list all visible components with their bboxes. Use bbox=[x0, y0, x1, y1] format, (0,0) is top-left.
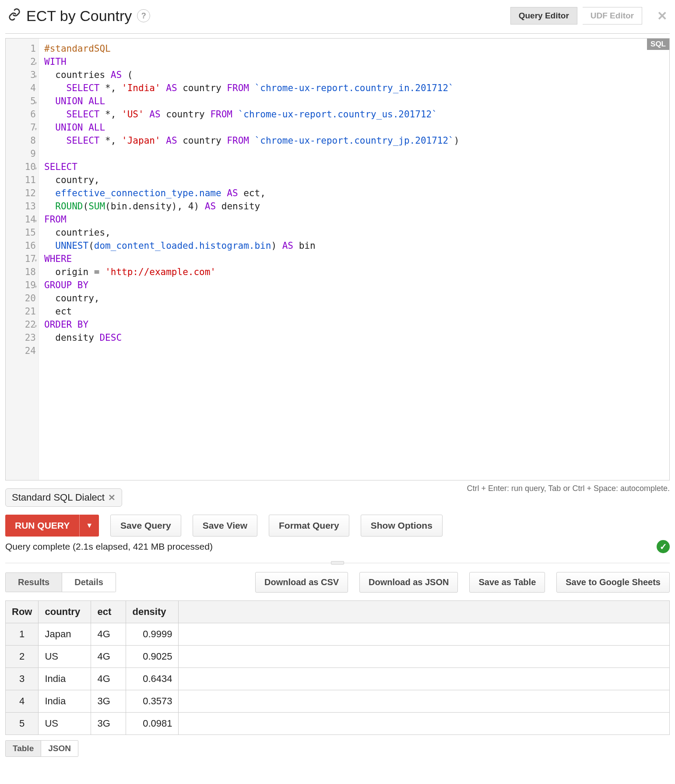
tab-query-editor[interactable]: Query Editor bbox=[510, 7, 577, 25]
splitter[interactable] bbox=[5, 563, 670, 563]
output-format-tabs: Table JSON bbox=[5, 740, 78, 757]
download-json-button[interactable]: Download as JSON bbox=[359, 572, 458, 593]
toolbar: RUN QUERY ▼ Save Query Save View Format … bbox=[5, 515, 670, 537]
fold-icon: ▾ bbox=[34, 70, 38, 83]
code-area[interactable]: #standardSQL WITH countries AS ( SELECT … bbox=[39, 39, 669, 480]
fold-icon: ▾ bbox=[34, 122, 38, 135]
header: ECT by Country ? Query Editor UDF Editor… bbox=[5, 0, 670, 34]
chip-close-icon[interactable]: ✕ bbox=[108, 492, 116, 503]
tab-details[interactable]: Details bbox=[62, 573, 116, 592]
table-row: 5US3G0.0981 bbox=[6, 713, 670, 735]
col-country: country bbox=[39, 601, 91, 623]
page-title: ECT by Country bbox=[26, 7, 132, 25]
col-blank bbox=[179, 601, 670, 623]
col-row: Row bbox=[6, 601, 39, 623]
table-row: 2US4G0.9025 bbox=[6, 646, 670, 668]
save-query-button[interactable]: Save Query bbox=[110, 515, 181, 537]
save-view-button[interactable]: Save View bbox=[193, 515, 257, 537]
col-density: density bbox=[126, 601, 179, 623]
help-button[interactable]: ? bbox=[137, 9, 150, 22]
dialect-chip[interactable]: Standard SQL Dialect ✕ bbox=[5, 488, 122, 507]
dialect-chip-label: Standard SQL Dialect bbox=[12, 492, 105, 503]
close-icon[interactable]: ✕ bbox=[657, 9, 667, 23]
gutter: 1 2▾ 3▾ 4 5▾ 6 7▾ 8 9 10▾ 11 12 13 14▾ 1… bbox=[6, 39, 39, 480]
status-line: Query complete (2.1s elapsed, 421 MB pro… bbox=[5, 540, 670, 553]
fold-icon: ▾ bbox=[34, 96, 38, 109]
run-query-main[interactable]: RUN QUERY bbox=[5, 515, 79, 537]
link-icon bbox=[8, 8, 21, 24]
table-row: 4India3G0.3573 bbox=[6, 690, 670, 713]
fold-icon: ▾ bbox=[34, 280, 38, 293]
tab-results[interactable]: Results bbox=[6, 573, 62, 592]
download-csv-button[interactable]: Download as CSV bbox=[255, 572, 348, 593]
table-row: 3India4G0.6434 bbox=[6, 668, 670, 690]
fold-icon: ▾ bbox=[34, 57, 38, 70]
results-bar: Results Details Download as CSV Download… bbox=[5, 572, 670, 593]
output-tab-json[interactable]: JSON bbox=[41, 741, 78, 756]
status-text: Query complete (2.1s elapsed, 421 MB pro… bbox=[5, 541, 213, 552]
fold-icon: ▾ bbox=[34, 319, 38, 332]
table-header-row: Row country ect density bbox=[6, 601, 670, 623]
sql-editor[interactable]: SQL 1 2▾ 3▾ 4 5▾ 6 7▾ 8 9 10▾ 11 12 13 1… bbox=[5, 38, 670, 480]
show-options-button[interactable]: Show Options bbox=[361, 515, 443, 537]
save-as-table-button[interactable]: Save as Table bbox=[469, 572, 545, 593]
run-query-caret[interactable]: ▼ bbox=[79, 515, 99, 537]
col-ect: ect bbox=[91, 601, 126, 623]
save-to-sheets-button[interactable]: Save to Google Sheets bbox=[556, 572, 670, 593]
format-query-button[interactable]: Format Query bbox=[269, 515, 349, 537]
run-query-button[interactable]: RUN QUERY ▼ bbox=[5, 515, 99, 537]
results-table: Row country ect density 1Japan4G0.9999 2… bbox=[5, 600, 670, 735]
fold-icon: ▾ bbox=[34, 214, 38, 227]
fold-icon: ▾ bbox=[34, 162, 38, 175]
table-row: 1Japan4G0.9999 bbox=[6, 623, 670, 646]
tab-udf-editor[interactable]: UDF Editor bbox=[583, 7, 642, 25]
sql-badge: SQL bbox=[647, 39, 669, 50]
fold-icon: ▾ bbox=[34, 254, 38, 267]
grip-icon bbox=[331, 561, 344, 565]
output-tab-table[interactable]: Table bbox=[6, 741, 41, 756]
chevron-down-icon: ▼ bbox=[86, 522, 93, 529]
status-ok-icon: ✓ bbox=[657, 540, 670, 553]
